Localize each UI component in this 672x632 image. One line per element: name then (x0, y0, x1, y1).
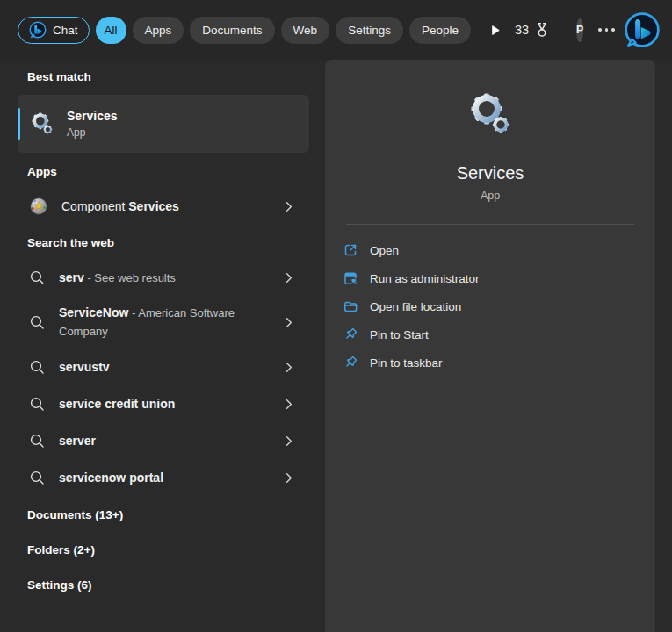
services-gears-icon (29, 111, 55, 137)
ellipsis-icon (598, 28, 602, 32)
search-top-bar: Chat All Apps Documents Web Settings Peo… (0, 0, 672, 60)
avatar-initial: P (576, 24, 583, 36)
action-pin-to-start[interactable]: Pin to Start (343, 320, 641, 348)
user-avatar[interactable]: P (576, 18, 583, 42)
filter-tab-settings[interactable]: Settings (336, 17, 403, 44)
open-external-icon (343, 242, 358, 258)
search-icon (29, 269, 46, 286)
divider (346, 224, 634, 225)
preview-actions-list: Open Run as administrator Open file loca… (325, 236, 655, 377)
preview-card-services: Services App Open Run as adminis (325, 60, 655, 632)
action-label: Pin to Start (370, 328, 429, 341)
action-open[interactable]: Open (343, 236, 641, 264)
web-section-header: Search the web (27, 236, 321, 250)
filter-tab-documents[interactable]: Documents (190, 17, 274, 44)
action-run-as-administrator[interactable]: Run as administrator (343, 264, 641, 292)
search-icon (29, 314, 46, 331)
search-icon (29, 470, 46, 486)
search-icon (29, 396, 46, 413)
web-suggestion-server[interactable]: server (18, 424, 309, 457)
web-suggestion-serv[interactable]: serv - See web results (18, 261, 309, 294)
rewards-counter[interactable]: 33 (515, 21, 551, 39)
best-match-result-services[interactable]: Services App (18, 95, 309, 153)
more-options-button[interactable] (598, 22, 615, 38)
filter-tab-apps[interactable]: Apps (133, 17, 184, 44)
action-label: Pin to taskbar (370, 356, 443, 370)
bing-chat-launcher[interactable] (624, 11, 661, 48)
preview-subtitle: App (325, 190, 655, 202)
best-match-subtitle: App (67, 126, 118, 139)
action-open-file-location[interactable]: Open file location (343, 292, 641, 320)
chevron-right-icon[interactable] (282, 200, 295, 213)
action-pin-to-taskbar[interactable]: Pin to taskbar (343, 348, 641, 377)
folders-section-header[interactable]: Folders (2+) (27, 543, 321, 557)
filter-tab-web[interactable]: Web (281, 17, 330, 44)
chevron-right-icon[interactable] (282, 398, 295, 411)
rewards-medal-icon (533, 21, 551, 39)
best-match-header: Best match (27, 70, 321, 84)
filter-tab-people[interactable]: People (409, 17, 471, 44)
web-suggestions-list: serv - See web results ServiceNow - Amer… (18, 261, 321, 494)
action-label: Run as administrator (370, 272, 480, 285)
search-icon (29, 433, 46, 449)
documents-section-header[interactable]: Documents (13+) (27, 508, 321, 522)
selection-accent-bar (18, 108, 20, 140)
pushpin-icon (343, 327, 358, 342)
filter-tab-all[interactable]: All (96, 17, 126, 44)
scroll-tabs-button[interactable] (488, 22, 502, 38)
web-suggestion-service-credit-union[interactable]: service credit union (18, 387, 309, 420)
best-match-title: Services (67, 109, 118, 124)
web-suggestion-servicenow-portal[interactable]: servicenow portal (18, 461, 309, 494)
apps-section-header: Apps (27, 165, 321, 179)
chat-tab[interactable]: Chat (18, 17, 90, 44)
search-results-panel: Best match (0, 60, 321, 632)
component-services-icon (29, 197, 48, 216)
chevron-right-icon[interactable] (282, 316, 295, 329)
web-suggestion-servustv[interactable]: servustv (18, 350, 309, 384)
preview-title: Services (325, 163, 655, 183)
action-label: Open (370, 244, 399, 257)
search-icon (29, 359, 46, 376)
chevron-right-icon[interactable] (282, 361, 295, 374)
play-triangle-icon (488, 24, 502, 37)
chevron-right-icon[interactable] (282, 271, 295, 284)
bing-chat-icon (29, 21, 47, 39)
chevron-right-icon[interactable] (282, 434, 295, 448)
rewards-points: 33 (515, 23, 529, 37)
action-label: Open file location (370, 300, 461, 313)
services-gears-icon-large (466, 90, 515, 139)
component-services-label: Component Services (61, 198, 179, 215)
web-suggestion-servicenow[interactable]: ServiceNow - American Software Company (18, 298, 309, 347)
settings-section-header[interactable]: Settings (6) (27, 578, 321, 592)
pushpin-icon (343, 355, 358, 370)
chevron-right-icon[interactable] (282, 471, 295, 485)
app-result-component-services[interactable]: Component Services (18, 190, 309, 223)
window-shield-icon (343, 270, 358, 286)
bing-logo-icon (624, 11, 661, 48)
chat-tab-label: Chat (53, 24, 78, 37)
folder-icon (343, 298, 358, 314)
